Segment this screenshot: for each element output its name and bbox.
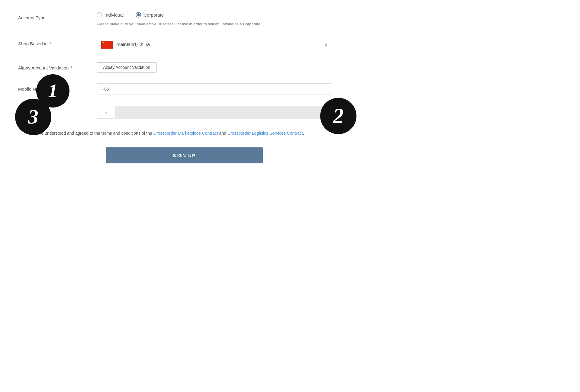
mobile-number-input[interactable] [114, 84, 332, 95]
terms-checkbox[interactable] [24, 130, 29, 135]
slide-to-verify-label: Slide to Verify * [18, 106, 97, 114]
account-type-options: Individual Corporate [97, 12, 350, 18]
alipay-validation-button[interactable]: Alipay Account Validation [97, 62, 156, 72]
signup-button[interactable]: SIGN UP [106, 147, 263, 163]
shop-based-in-label: Shop Based in * [18, 38, 97, 47]
required-marker-mobile: * [51, 86, 53, 92]
alipay-control: Alipay Account Validation [97, 62, 350, 72]
chevron-down-icon: ∨ [324, 41, 328, 48]
signup-row: SIGN UP [18, 147, 350, 163]
alipay-label: Alipay Account Validation * [18, 62, 97, 71]
alipay-row: Alipay Account Validation * Alipay Accou… [18, 62, 350, 72]
dropdown-inner: mainland,China [101, 41, 150, 49]
shop-based-in-control: mainland,China ∨ [97, 38, 350, 51]
registration-form: Account Type Individual Corporate Please… [18, 12, 350, 163]
account-type-info: Please make sure you have active Busines… [97, 21, 272, 27]
account-type-label: Account Type [18, 12, 97, 21]
shop-based-in-row: Shop Based in * mainland,C [18, 38, 350, 51]
terms-text: I have understood and agreed to the term… [32, 130, 304, 137]
slide-track [115, 106, 332, 119]
slide-to-verify-control: » [97, 106, 350, 119]
shop-based-in-dropdown[interactable]: mainland,China ∨ [97, 38, 332, 51]
corporate-radio[interactable] [136, 12, 141, 18]
slide-handle[interactable]: » [97, 106, 115, 119]
crossborder-marketplace-link[interactable]: Crossborder Marketplace Contract [153, 131, 218, 136]
account-type-row: Account Type Individual Corporate Please… [18, 12, 350, 27]
slide-to-verify-row: Slide to Verify * » 2 [18, 106, 350, 119]
shop-based-in-value: mainland,China [116, 42, 150, 47]
slide-verify-widget[interactable]: » [97, 106, 332, 119]
required-marker-alipay: * [71, 65, 72, 70]
required-marker-slide: * [48, 109, 50, 114]
mobile-number-control: +86 [97, 83, 350, 95]
country-code: +86 [97, 84, 114, 95]
account-type-control: Individual Corporate Please make sure yo… [97, 12, 350, 27]
individual-radio[interactable] [97, 12, 102, 18]
terms-row: I have understood and agreed to the term… [18, 130, 320, 137]
mobile-input-group: +86 [97, 83, 332, 95]
crossborder-logistics-link[interactable]: Crossborder Logistics Services Contract [227, 131, 303, 136]
individual-option[interactable]: Individual [97, 12, 124, 18]
required-marker: * [50, 41, 51, 46]
corporate-option[interactable]: Corporate [136, 12, 164, 18]
china-flag-icon [101, 41, 113, 49]
mobile-number-row: Mobile Number * +86 1 [18, 83, 350, 95]
mobile-number-label: Mobile Number * [18, 83, 97, 92]
svg-rect-0 [101, 41, 113, 49]
